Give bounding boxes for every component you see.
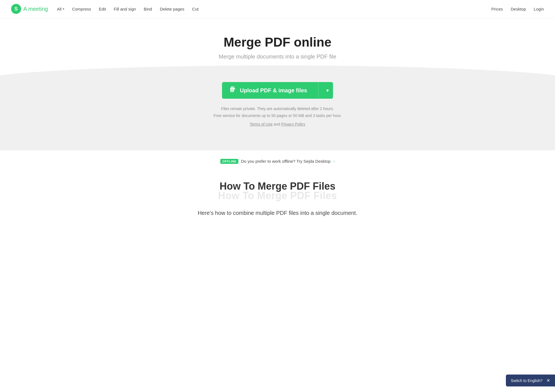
- right-nav: Prices Desktop Login: [491, 7, 544, 11]
- upload-button-main: Upload PDF & image files: [222, 82, 315, 99]
- upload-content: Upload PDF & image files ▾ Files remain …: [6, 82, 549, 128]
- offline-badge: OFFLINE: [220, 159, 238, 164]
- upload-info: Files remain private. They are automatic…: [6, 105, 549, 128]
- upload-button[interactable]: Upload PDF & image files ▾: [222, 82, 333, 99]
- offline-section: OFFLINE Do you prefer to work offline? T…: [0, 150, 555, 169]
- upload-file-icon: [230, 86, 236, 95]
- nav-fill-sign[interactable]: Fill and sign: [114, 7, 136, 11]
- upload-section: Upload PDF & image files ▾ Files remain …: [0, 65, 555, 150]
- nav-all[interactable]: All ▾: [57, 7, 64, 11]
- how-to-section: How To Merge PDF Files How To Merge PDF …: [0, 169, 555, 222]
- nav-compress[interactable]: Compress: [72, 7, 91, 11]
- terms-of-use-link[interactable]: Terms of Use: [250, 122, 273, 126]
- svg-rect-1: [231, 88, 233, 92]
- nav-edit[interactable]: Edit: [99, 7, 106, 11]
- offline-text: Do you prefer to work offline? Try Sejda…: [241, 159, 331, 164]
- main-nav: All ▾ Compress Edit Fill and sign Bind D…: [57, 7, 199, 11]
- nav-delete-pages[interactable]: Delete pages: [160, 7, 184, 11]
- upload-button-label: Upload PDF & image files: [240, 87, 307, 94]
- page-subtitle: Merge multiple documents into a single P…: [6, 54, 549, 60]
- offline-banner-link[interactable]: OFFLINE Do you prefer to work offline? T…: [220, 159, 335, 164]
- logo-link[interactable]: S A meeting: [11, 4, 48, 14]
- nav-bind[interactable]: Bind: [144, 7, 152, 11]
- upload-info-line2: Free service for documents up to 50 page…: [6, 112, 549, 119]
- logo-text: A meeting: [23, 6, 48, 12]
- header: S A meeting All ▾ Compress Edit Fill and…: [0, 0, 555, 18]
- nav-desktop[interactable]: Desktop: [511, 7, 526, 11]
- nav-prices[interactable]: Prices: [491, 7, 503, 11]
- and-text: and: [274, 122, 280, 126]
- chevron-down-icon: ▾: [63, 7, 64, 11]
- how-to-title-shadow: How To Merge PDF Files: [6, 190, 549, 202]
- privacy-policy-link[interactable]: Privacy Policy: [281, 122, 305, 126]
- button-divider: [318, 82, 319, 99]
- chevron-right-icon: ›: [333, 159, 335, 164]
- upload-info-line1: Files remain private. They are automatic…: [6, 105, 549, 112]
- hero-section: Merge PDF online Merge multiple document…: [0, 18, 555, 60]
- logo-icon: S: [11, 4, 21, 14]
- page-title: Merge PDF online: [6, 35, 549, 50]
- nav-cut[interactable]: Cut: [192, 7, 198, 11]
- upload-dropdown-arrow[interactable]: ▾: [322, 82, 333, 99]
- how-to-description: Here's how to combine multiple PDF files…: [6, 210, 549, 216]
- nav-login[interactable]: Login: [534, 7, 544, 11]
